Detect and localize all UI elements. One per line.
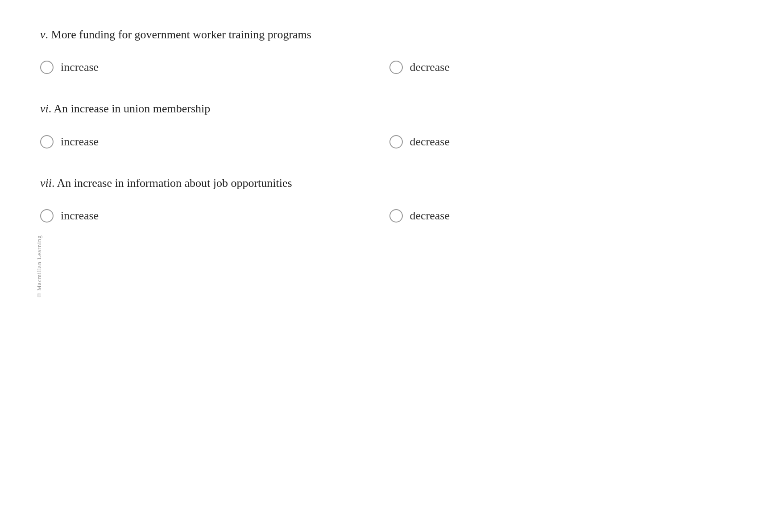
- question-text-vi: vi. An increase in union membership: [40, 101, 738, 117]
- question-block-vii: vii. An increase in information about jo…: [40, 175, 738, 223]
- options-row-vii: increase decrease: [40, 209, 738, 223]
- option-label-vi-increase: increase: [61, 135, 99, 148]
- option-vii-increase[interactable]: increase: [40, 209, 389, 223]
- option-label-vii-decrease: decrease: [410, 209, 450, 223]
- question-body-vi: . An increase in union membership: [49, 102, 210, 115]
- content-area: v. More funding for government worker tr…: [40, 27, 738, 223]
- radio-vii-increase[interactable]: [40, 209, 54, 223]
- question-block-v: v. More funding for government worker tr…: [40, 27, 738, 74]
- question-block-vi: vi. An increase in union membership incr…: [40, 101, 738, 148]
- option-label-vii-increase: increase: [61, 209, 99, 223]
- option-vi-increase[interactable]: increase: [40, 135, 389, 148]
- radio-vi-decrease[interactable]: [389, 135, 403, 148]
- watermark-label: © Macmillan Learning: [36, 235, 43, 297]
- question-numeral-vii: vii: [40, 177, 52, 190]
- radio-vi-increase[interactable]: [40, 135, 54, 148]
- question-text-v: v. More funding for government worker tr…: [40, 27, 738, 43]
- option-vii-decrease[interactable]: decrease: [389, 209, 739, 223]
- option-vi-decrease[interactable]: decrease: [389, 135, 739, 148]
- question-numeral-v: v: [40, 28, 46, 41]
- question-body-v: . More funding for government worker tra…: [46, 28, 311, 41]
- option-v-decrease[interactable]: decrease: [389, 61, 739, 74]
- page-container: © Macmillan Learning v. More funding for…: [0, 0, 774, 532]
- options-row-vi: increase decrease: [40, 135, 738, 148]
- option-v-increase[interactable]: increase: [40, 61, 389, 74]
- option-label-v-decrease: decrease: [410, 61, 450, 74]
- question-body-vii: . An increase in information about job o…: [52, 177, 292, 190]
- question-text-vii: vii. An increase in information about jo…: [40, 175, 738, 191]
- option-label-vi-decrease: decrease: [410, 135, 450, 148]
- radio-v-decrease[interactable]: [389, 61, 403, 74]
- radio-v-increase[interactable]: [40, 61, 54, 74]
- option-label-v-increase: increase: [61, 61, 99, 74]
- options-row-v: increase decrease: [40, 61, 738, 74]
- radio-vii-decrease[interactable]: [389, 209, 403, 223]
- question-numeral-vi: vi: [40, 102, 49, 115]
